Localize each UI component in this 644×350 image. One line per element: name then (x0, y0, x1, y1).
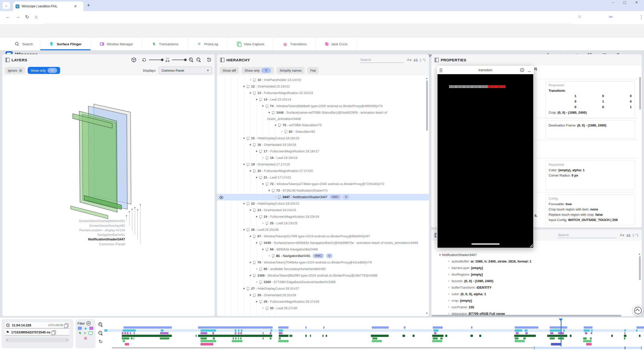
trace-block-purple[interactable] (585, 332, 587, 334)
trace-block-blue[interactable] (471, 326, 472, 329)
trace-block-cyan[interactable] (563, 329, 565, 332)
tree-row[interactable]: ▾12 - OneHanded:15:15#12 (217, 83, 429, 90)
trace-block-ltgreen[interactable] (232, 340, 243, 342)
trace-block-cyan[interactable] (433, 329, 438, 332)
trace-block-cyan[interactable] (241, 329, 243, 332)
collapse-panel-icon[interactable] (434, 58, 439, 62)
trace-block-dkgreen[interactable] (547, 335, 567, 337)
properties-scrollbar[interactable] (639, 77, 641, 110)
tree-row[interactable]: ▾17 - FullscreenMagnification:16:16#17 (217, 148, 429, 155)
home-icon[interactable]: ⌂ (35, 14, 37, 20)
trace-block-purple[interactable] (516, 332, 519, 334)
timeline-reset-zoom-icon[interactable]: ↻ (99, 339, 103, 344)
transactions-trace-icon[interactable]: ↯ (78, 331, 81, 335)
reset-view-icon[interactable] (207, 57, 212, 62)
pin-icon[interactable] (253, 169, 256, 172)
tree-row[interactable]: ▾24 - FullscreenMagnification:18:23#24 (217, 213, 429, 220)
hierarchy-scrollbar[interactable] (426, 80, 428, 131)
expand-triangle-icon[interactable]: ▾ (261, 103, 265, 109)
overview-tick[interactable] (641, 346, 642, 349)
surface-flinger-trace-icon[interactable]: ◆ (84, 327, 87, 330)
timeline-cursor[interactable] (561, 321, 561, 346)
trace-block-purple[interactable] (624, 332, 625, 334)
expand-triangle-icon[interactable]: ▾ (242, 135, 246, 141)
layers-3d-canvas[interactable]: ScreenDecorOverlayBottom#61ScreenDecorOv… (2, 76, 215, 316)
trace-block-ltgreen[interactable] (123, 340, 125, 342)
tab-view-capture[interactable]: View Capture (227, 38, 274, 50)
pin-icon[interactable] (266, 183, 268, 185)
trace-block-green[interactable] (624, 337, 625, 339)
tree-row[interactable]: 3447 - NotificationShade#3447HWCV (217, 194, 429, 200)
trace-block-blue[interactable] (636, 326, 644, 329)
show-only-button[interactable]: Show onlyV (28, 67, 60, 74)
trace-block-purple[interactable] (200, 332, 207, 334)
trace-block-purple[interactable] (434, 332, 436, 334)
collapse-panel-icon[interactable] (220, 58, 224, 62)
trace-block-purple[interactable] (550, 332, 553, 334)
new-tab-button[interactable]: + (87, 3, 90, 8)
scroll-up-icon[interactable]: ▲ (638, 253, 641, 255)
pin-icon[interactable] (247, 163, 249, 166)
tree-row[interactable]: ▾68 - 885b63e NavigationBar0#68 (217, 246, 429, 253)
pin-icon[interactable] (253, 235, 256, 238)
trace-block-dkgreen[interactable] (479, 335, 481, 337)
rotation-slider[interactable] (149, 60, 163, 60)
tab-transitions[interactable]: ◎Transitions (273, 38, 316, 50)
trace-block-purple[interactable] (130, 332, 131, 334)
trace-block-cyan[interactable] (550, 329, 561, 332)
tab-close-icon[interactable]: ✕ (74, 4, 77, 8)
trace-block-green[interactable] (263, 337, 264, 339)
trace-block-green[interactable] (590, 337, 592, 339)
trace-block-purple[interactable] (263, 332, 264, 334)
tree-row[interactable]: 81 - NavigationBar0#81HWCV (217, 253, 429, 259)
pin-icon[interactable] (266, 248, 268, 251)
layer-label[interactable]: ScreenDecorOverlay#60 (89, 224, 125, 228)
collapse-panel-icon[interactable] (5, 58, 10, 62)
trace-block-purple[interactable] (235, 332, 236, 334)
pin-icon[interactable] (272, 189, 274, 192)
trace-block-dkgreen[interactable] (305, 335, 307, 337)
protolog-trace-icon[interactable]: ≡ (84, 331, 86, 335)
trace-block-green[interactable] (279, 337, 281, 339)
expand-triangle-icon[interactable]: ▾ (248, 90, 252, 96)
tab-protolog[interactable]: ≡ProtoLog (188, 38, 227, 50)
pin-icon[interactable] (247, 287, 249, 290)
trace-block-dkgreen[interactable] (445, 335, 447, 337)
trace-block-blue[interactable] (584, 326, 592, 329)
next-frame-icon[interactable]: › (66, 338, 67, 342)
trace-block-cyan[interactable] (161, 329, 164, 332)
trace-block-cyan[interactable] (279, 329, 283, 332)
trace-block-blue[interactable] (305, 326, 307, 329)
transitions-trace-icon[interactable]: ◎ (84, 336, 87, 340)
trace-block-green[interactable] (235, 337, 236, 339)
frame-scroll-strip[interactable]: ‹ › (5, 338, 69, 342)
tab-window-manager[interactable]: Window Manager (91, 38, 142, 50)
scroll-up-icon[interactable]: ▲ (426, 77, 428, 79)
trace-block-green[interactable] (372, 337, 377, 339)
trace-block-cyan[interactable] (584, 329, 590, 332)
collapse-filter-icon[interactable] (86, 321, 91, 326)
trace-block-green[interactable] (238, 337, 239, 339)
expand-triangle-icon[interactable]: ▾ (255, 240, 259, 246)
pin-icon[interactable] (278, 196, 281, 198)
trace-block-dkgreen[interactable] (291, 335, 292, 337)
ignore-button[interactable]: Ignore◎ (5, 67, 25, 74)
properties-search-input[interactable]: Search (557, 232, 616, 238)
search-match-options[interactable]: Aa ab (.*) (620, 233, 639, 237)
transition-window-titlebar[interactable]: transition ＿ (437, 66, 534, 74)
pin-icon[interactable] (266, 307, 268, 310)
3d-view-icon[interactable] (131, 57, 137, 63)
tab-surface-flinger[interactable]: Surface Flinger (40, 38, 91, 50)
tree-row[interactable]: ▾29 - FullscreenMagnification:26:27#29 (217, 298, 429, 305)
tree-row[interactable]: 3369 - 67726bf EdgeBackGestureHandler0#3… (217, 279, 429, 285)
pin-icon[interactable] (259, 281, 262, 283)
trace-block-dkgreen[interactable] (432, 335, 444, 337)
transition-screenshot-window[interactable]: transition ＿ P: 0/1dX: 0.0dY: 0.0Xv: 0.0… (437, 66, 534, 248)
trace-block-green[interactable] (523, 337, 526, 339)
tree-row[interactable]: ▾20 - FullscreenMagnification:17:17#20 (217, 168, 429, 174)
trace-block-dkgreen[interactable] (624, 335, 626, 337)
trace-block-dkgreen[interactable] (279, 335, 289, 337)
trace-block-dkgreen[interactable] (198, 335, 272, 337)
pin-icon[interactable] (278, 124, 281, 126)
spacing-slider[interactable] (172, 60, 186, 60)
